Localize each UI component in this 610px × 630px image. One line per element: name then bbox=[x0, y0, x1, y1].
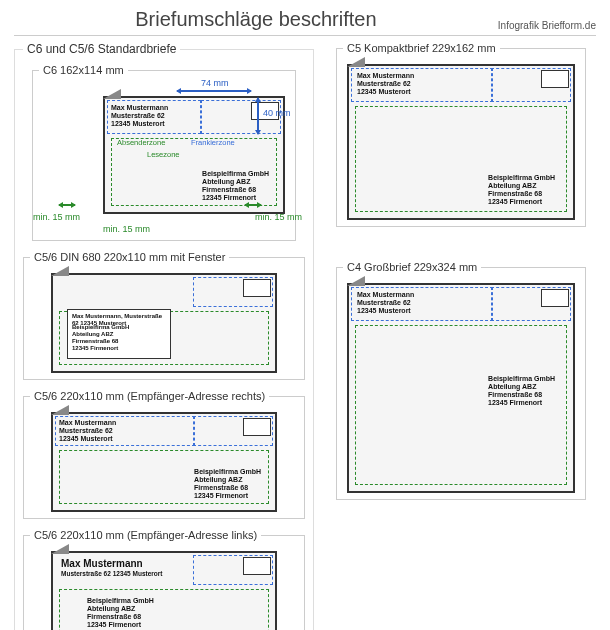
dim-stamp-height bbox=[257, 98, 259, 134]
dim-margin-right bbox=[245, 204, 261, 206]
envelope-c56-window: Max Mustermann, Musterstraße 62 12345 Mu… bbox=[51, 273, 277, 373]
card-c6: C6 162x114 mm 74 mm bbox=[32, 64, 296, 241]
zone-label-lese: Lesezone bbox=[147, 150, 180, 159]
envelope-c56-right: Max Mustermann Musterstraße 62 12345 Mus… bbox=[51, 412, 277, 512]
flap-icon bbox=[347, 57, 365, 67]
dim-stamp-width bbox=[177, 90, 251, 92]
sender-address-big: Max Mustermann Musterstraße 62 12345 Mus… bbox=[61, 558, 163, 577]
sender-address: Max Mustermann Musterstraße 62 12345 Mus… bbox=[111, 104, 168, 128]
sender-address: Max Mustermann Musterstraße 62 12345 Mus… bbox=[357, 291, 414, 315]
card-c4-title: C4 Großbrief 229x324 mm bbox=[343, 261, 481, 273]
card-c56-window: C5/6 DIN 680 220x110 mm mit Fenster Max … bbox=[23, 251, 305, 380]
dim-margin-bottom-label: min. 15 mm bbox=[103, 224, 150, 234]
dim-margin-right-label: min. 15 mm bbox=[255, 212, 302, 222]
window-outline: Max Mustermann, Musterstraße 62 12345 Mu… bbox=[67, 309, 171, 359]
page-title: Briefumschläge beschriften bbox=[14, 8, 498, 31]
card-c5: C5 Kompaktbrief 229x162 mm Max Musterman… bbox=[336, 42, 586, 227]
flap-icon bbox=[51, 266, 69, 276]
frankier-zone bbox=[193, 555, 273, 585]
group-standard: C6 und C5/6 Standardbriefe C6 162x114 mm… bbox=[14, 42, 314, 630]
envelope-c4: Max Mustermann Musterstraße 62 12345 Mus… bbox=[347, 283, 575, 493]
recipient-address: Beispielfirma GmbH Abteilung ABZ Firmens… bbox=[194, 468, 261, 500]
recipient-address: Beispielfirma GmbH Abteilung ABZ Firmens… bbox=[202, 170, 269, 202]
flap-icon bbox=[103, 89, 121, 99]
flap-icon bbox=[347, 276, 365, 286]
window-recipient: Beispielfirma GmbH Abteilung ABZ Firmens… bbox=[72, 324, 129, 352]
card-c4: C4 Großbrief 229x324 mm Max Mustermann M… bbox=[336, 261, 586, 500]
sender-address: Max Mustermann Musterstraße 62 12345 Mus… bbox=[59, 419, 116, 443]
card-c56-right: C5/6 220x110 mm (Empfänger-Adresse recht… bbox=[23, 390, 305, 519]
dim-stamp-width-label: 74 mm bbox=[201, 78, 229, 88]
flap-icon bbox=[51, 405, 69, 415]
zone-label-absender: Absenderzone bbox=[117, 138, 165, 147]
sender-address: Max Mustermann Musterstraße 62 12345 Mus… bbox=[357, 72, 414, 96]
envelope-c56-left: Max Mustermann Musterstraße 62 12345 Mus… bbox=[51, 551, 277, 630]
card-c6-title: C6 162x114 mm bbox=[39, 64, 128, 76]
card-c56-left-title: C5/6 220x110 mm (Empfänger-Adresse links… bbox=[30, 529, 261, 541]
recipient-address: Beispielfirma GmbH Abteilung ABZ Firmens… bbox=[488, 375, 555, 407]
recipient-address: Beispielfirma GmbH Abteilung ABZ Firmens… bbox=[488, 174, 555, 206]
frankier-zone bbox=[193, 416, 273, 446]
recipient-address: Beispielfirma GmbH Abteilung ABZ Firmens… bbox=[87, 597, 154, 629]
frankier-zone bbox=[491, 287, 571, 321]
card-c56-window-title: C5/6 DIN 680 220x110 mm mit Fenster bbox=[30, 251, 229, 263]
group-standard-title: C6 und C5/6 Standardbriefe bbox=[23, 42, 180, 56]
flap-icon bbox=[51, 544, 69, 554]
dim-stamp-height-label: 40 mm bbox=[263, 108, 291, 118]
credit: Infografik Briefform.de bbox=[498, 20, 596, 31]
envelope-c5: Max Mustermann Musterstraße 62 12345 Mus… bbox=[347, 64, 575, 220]
card-c56-left: C5/6 220x110 mm (Empfänger-Adresse links… bbox=[23, 529, 305, 630]
title-bar: Briefumschläge beschriften Infografik Br… bbox=[14, 8, 596, 36]
dim-margin-left-label: min. 15 mm bbox=[33, 212, 80, 222]
frankier-zone bbox=[193, 277, 273, 307]
zone-label-frankier: Frankierzone bbox=[191, 138, 235, 147]
card-c5-title: C5 Kompaktbrief 229x162 mm bbox=[343, 42, 500, 54]
dim-margin-left bbox=[59, 204, 75, 206]
card-c56-right-title: C5/6 220x110 mm (Empfänger-Adresse recht… bbox=[30, 390, 269, 402]
frankier-zone bbox=[491, 68, 571, 102]
